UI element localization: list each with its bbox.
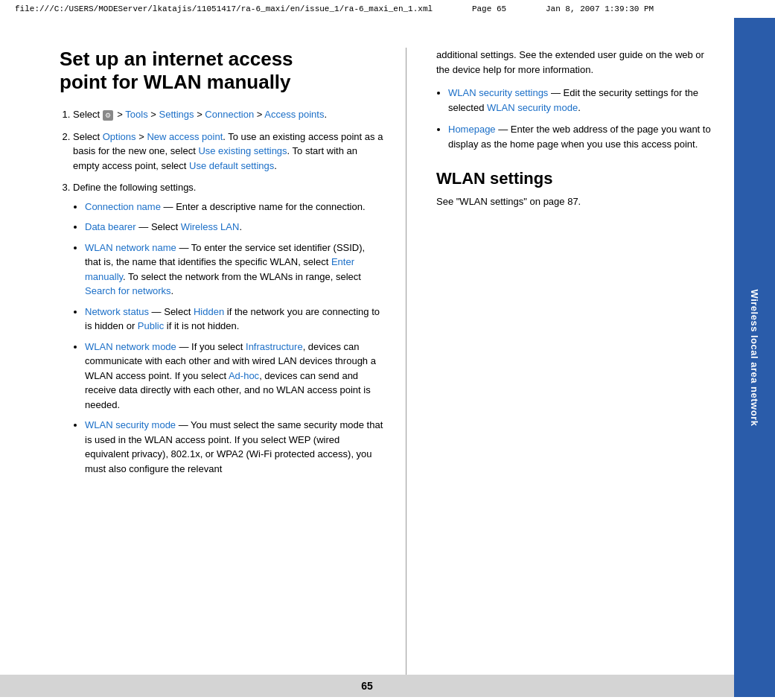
connection-name-link[interactable]: Connection name (85, 201, 161, 212)
settings-icon: ⚙ (103, 110, 113, 121)
wlan-settings-section: WLAN settings See "WLAN settings" on pag… (436, 169, 712, 209)
new-access-point-link[interactable]: New access point (147, 131, 223, 142)
step-3: Define the following settings. Connectio… (73, 180, 383, 476)
content-area: Set up an internet accesspoint for WLAN … (0, 18, 734, 697)
right-bullets: WLAN security settings — Edit the securi… (436, 86, 712, 151)
step-2: Select Options > New access point. To us… (73, 130, 383, 174)
continuation-text: additional settings. See the extended us… (436, 48, 712, 77)
bullet-wlan-security-mode: WLAN security mode — You must select the… (85, 418, 383, 476)
main-container: Set up an internet accesspoint for WLAN … (0, 18, 775, 697)
use-default-settings-link[interactable]: Use default settings (189, 160, 274, 171)
tools-link[interactable]: Tools (125, 109, 147, 120)
sidebar-label: Wireless local area network (749, 289, 760, 426)
left-column: Set up an internet accesspoint for WLAN … (60, 48, 406, 675)
bullet-connection-name: Connection name — Enter a descriptive na… (85, 200, 383, 214)
network-status-link[interactable]: Network status (85, 306, 149, 317)
bullet-wlan-network-name: WLAN network name — To enter the service… (85, 241, 383, 299)
wlan-network-mode-link[interactable]: WLAN network mode (85, 341, 176, 352)
enter-manually-link[interactable]: Enter manually (85, 256, 354, 282)
hidden-link[interactable]: Hidden (194, 306, 224, 317)
ad-hoc-link[interactable]: Ad-hoc (229, 370, 259, 381)
page-title: Set up an internet accesspoint for WLAN … (60, 48, 383, 94)
search-for-networks-link[interactable]: Search for networks (85, 285, 171, 296)
settings-link[interactable]: Settings (159, 109, 194, 120)
wlan-security-settings-link[interactable]: WLAN security settings (448, 87, 548, 98)
top-bar: file:///C:/USERS/MODEServer/lkatajis/110… (0, 0, 775, 18)
bullet-wlan-network-mode: WLAN network mode — If you select Infras… (85, 340, 383, 413)
data-bearer-link[interactable]: Data bearer (85, 221, 136, 232)
wlan-settings-text: See "WLAN settings" on page 87. (436, 194, 712, 209)
wireless-lan-link[interactable]: Wireless LAN (181, 221, 240, 232)
access-points-link[interactable]: Access points (264, 109, 324, 120)
infrastructure-link[interactable]: Infrastructure (246, 341, 303, 352)
main-steps-list: Select ⚙ > Tools > Settings > Connection… (60, 107, 383, 476)
page-number: 65 (361, 680, 373, 692)
bullet-homepage: Homepage — Enter the web address of the … (448, 122, 712, 151)
right-column: additional settings. See the extended us… (429, 48, 712, 675)
settings-bullet-list: Connection name — Enter a descriptive na… (73, 200, 383, 477)
wlan-settings-title: WLAN settings (436, 169, 712, 188)
public-link[interactable]: Public (138, 320, 164, 331)
use-existing-settings-link[interactable]: Use existing settings (198, 145, 287, 156)
options-link[interactable]: Options (103, 131, 136, 142)
bullet-network-status: Network status — Select Hidden if the ne… (85, 305, 383, 334)
homepage-link[interactable]: Homepage (448, 124, 496, 135)
page-number-bar: 65 (0, 675, 734, 697)
wlan-security-mode-link2[interactable]: WLAN security mode (487, 102, 578, 113)
bullet-data-bearer: Data bearer — Select Wireless LAN. (85, 220, 383, 235)
bullet-wlan-security-settings: WLAN security settings — Edit the securi… (448, 86, 712, 115)
page-label: Page 65 (472, 4, 506, 13)
wlan-security-mode-link[interactable]: WLAN security mode (85, 419, 176, 430)
filepath: file:///C:/USERS/MODEServer/lkatajis/110… (15, 4, 433, 13)
date-label: Jan 8, 2007 1:39:30 PM (546, 4, 654, 13)
sidebar: Wireless local area network (734, 18, 775, 697)
wlan-network-name-link[interactable]: WLAN network name (85, 242, 176, 253)
connection-link[interactable]: Connection (205, 109, 254, 120)
step-1: Select ⚙ > Tools > Settings > Connection… (73, 107, 383, 122)
